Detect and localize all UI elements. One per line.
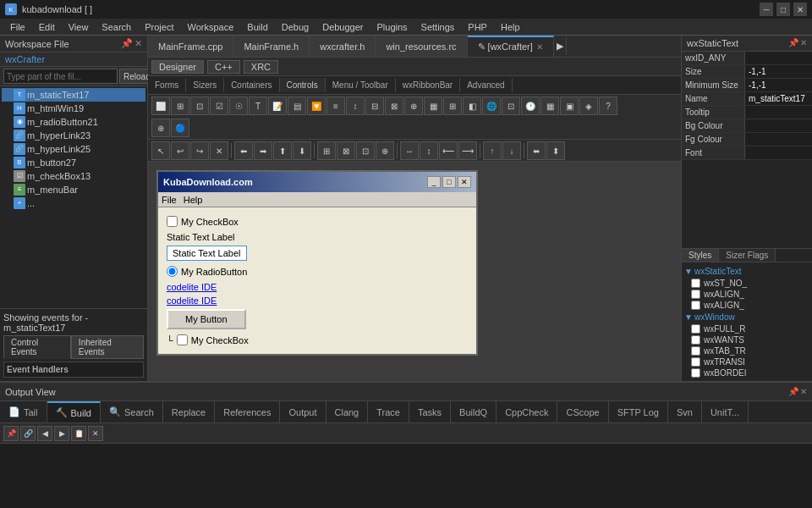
toolbar-delete-btn[interactable]: ✕ (210, 141, 228, 160)
toolbar-align-left-btn[interactable]: ⬅ (234, 141, 253, 160)
tree-item-hyperlink25[interactable]: 🔗 m_hyperLink25 (2, 142, 145, 156)
tab-control-events[interactable]: Control Events (3, 335, 71, 359)
output-tab-search[interactable]: 🔍 Search (101, 401, 163, 423)
palette-btn-23[interactable]: ◈ (579, 97, 598, 115)
palette-btn-24[interactable]: ? (599, 97, 617, 115)
menu-plugins[interactable]: Plugins (370, 20, 414, 34)
toolbar-btn-j[interactable]: ↓ (502, 141, 521, 160)
menu-project[interactable]: Project (138, 20, 180, 34)
output-prev-btn[interactable]: ◀ (37, 426, 52, 441)
toolbar-btn-b[interactable]: ⊠ (337, 141, 355, 160)
toolbar-btn-c[interactable]: ⊡ (356, 141, 375, 160)
palette-btn-3[interactable]: ⊡ (190, 97, 209, 115)
output-next-btn[interactable]: ▶ (54, 426, 69, 441)
close-button[interactable]: ✕ (793, 3, 807, 16)
toolbar-undo-btn[interactable]: ↩ (171, 141, 189, 160)
output-pin-btn[interactable]: 📌 (3, 426, 19, 441)
palette-btn-21[interactable]: ▦ (540, 97, 559, 115)
toolbar-btn-i[interactable]: ↑ (483, 141, 502, 160)
preview-close-btn[interactable]: ✕ (458, 176, 471, 188)
palette-btn-18[interactable]: 🌐 (482, 97, 501, 115)
preview-link2[interactable]: codelite IDE (167, 295, 468, 306)
palette-btn-5[interactable]: ☉ (229, 97, 248, 115)
prop-value-minsize[interactable]: -1,-1 (745, 79, 812, 91)
prop-value-wxid[interactable] (745, 52, 812, 64)
menu-debugger[interactable]: Debugger (315, 20, 370, 34)
menu-help[interactable]: Help (494, 20, 527, 34)
palette-tab-forms[interactable]: Forms (148, 78, 186, 92)
palette-btn-16[interactable]: ⊞ (443, 97, 462, 115)
tab-win-resources[interactable]: win_resources.rc (376, 36, 467, 58)
output-tab-tail[interactable]: 📄 Tail (0, 401, 47, 423)
output-tab-svn[interactable]: Svn (668, 401, 702, 423)
output-tab-references[interactable]: References (215, 401, 280, 423)
palette-btn-11[interactable]: ↕ (346, 97, 365, 115)
palette-btn-22[interactable]: ▣ (560, 97, 579, 115)
menu-settings[interactable]: Settings (414, 20, 462, 34)
toolbar-redo-btn[interactable]: ↪ (190, 141, 209, 160)
output-close-icon[interactable]: ✕ (800, 387, 807, 396)
output-tab-sftplog[interactable]: SFTP Log (609, 401, 668, 423)
output-copy-btn[interactable]: 📋 (71, 426, 86, 441)
prop-value-fgcolor[interactable] (745, 133, 812, 146)
preview-checkbox2-input[interactable] (177, 334, 188, 345)
preview-minimize-btn[interactable]: _ (427, 176, 441, 188)
tree-item-htmlwin19[interactable]: H m_htmlWin19 (2, 102, 145, 115)
toolbar-align-up-btn[interactable]: ⬆ (273, 141, 292, 160)
palette-btn-7[interactable]: 📝 (268, 97, 287, 115)
prop-value-tooltip[interactable] (745, 106, 812, 119)
palette-btn-13[interactable]: ⊠ (385, 97, 403, 115)
preview-radio-input[interactable] (167, 266, 178, 277)
palette-btn-15[interactable]: ▦ (424, 97, 442, 115)
designer-tab-cpp[interactable]: C++ (207, 60, 240, 74)
menu-file[interactable]: File (3, 20, 32, 34)
menu-view[interactable]: View (62, 20, 96, 34)
menu-php[interactable]: PHP (461, 20, 494, 34)
preview-menu-help[interactable]: Help (184, 195, 203, 205)
output-pin-icon[interactable]: 📌 (788, 387, 798, 396)
style-check-wxtabtr[interactable] (691, 346, 700, 356)
filter-input[interactable] (3, 69, 118, 84)
prop-value-bgcolor[interactable] (745, 119, 812, 132)
palette-btn-6[interactable]: T (249, 97, 267, 115)
palette-btn-26[interactable]: 🔵 (171, 119, 189, 137)
palette-btn-19[interactable]: ⊡ (502, 97, 520, 115)
toolbar-cursor-btn[interactable]: ↖ (151, 141, 170, 160)
palette-tab-advanced[interactable]: Advanced (460, 78, 512, 92)
palette-btn-14[interactable]: ⊕ (404, 97, 423, 115)
toolbar-btn-l[interactable]: ⬍ (546, 141, 565, 160)
toolbar-btn-h[interactable]: ⟶ (458, 141, 477, 160)
tab-scroll-right[interactable]: ▶ (554, 37, 567, 55)
styles-tab-styles[interactable]: Styles (682, 249, 719, 262)
right-panel-pin-icon[interactable]: 📌 (788, 38, 798, 48)
style-check-wxtransi[interactable] (691, 357, 700, 367)
menu-debug[interactable]: Debug (275, 20, 315, 34)
tab-inherited-events[interactable]: Inherited Events (71, 335, 144, 359)
menu-build[interactable]: Build (240, 20, 274, 34)
tree-item-checkbox13[interactable]: ☑ m_checkBox13 (2, 169, 145, 183)
style-check-wxbordei[interactable] (691, 368, 700, 378)
style-check-wxstno[interactable] (691, 279, 700, 288)
tree-item-button27[interactable]: B m_button27 (2, 156, 145, 169)
preview-button[interactable]: My Button (167, 309, 246, 329)
output-tab-replace[interactable]: Replace (163, 401, 215, 423)
toolbar-btn-a[interactable]: ⊞ (317, 141, 336, 160)
tab-mainframe-h[interactable]: MainFrame.h (233, 36, 310, 58)
output-tab-buildq[interactable]: BuildQ (451, 401, 497, 423)
palette-btn-25[interactable]: ⊕ (151, 119, 170, 137)
toolbar-btn-e[interactable]: ↔ (400, 141, 419, 160)
palette-btn-4[interactable]: ☑ (210, 97, 228, 115)
preview-menu-file[interactable]: File (162, 195, 177, 205)
designer-tab-designer[interactable]: Designer (151, 60, 204, 74)
tree-item-menubar[interactable]: ≡ m_menuBar (2, 183, 145, 196)
designer-tab-xrc[interactable]: XRC (244, 60, 278, 74)
close-tab-icon[interactable]: ✕ (536, 42, 543, 52)
palette-btn-12[interactable]: ⊟ (365, 97, 384, 115)
tree-item-hyperlink23[interactable]: 🔗 m_hyperLink23 (2, 129, 145, 142)
preview-link1[interactable]: codelite IDE (167, 282, 468, 292)
output-tab-cppcheck[interactable]: CppCheck (497, 401, 557, 423)
palette-tab-ribbonbar[interactable]: wxRibbonBar (396, 78, 460, 92)
styles-tab-sizerflags[interactable]: Sizer Flags (719, 249, 776, 262)
toolbar-btn-k[interactable]: ⬌ (527, 141, 546, 160)
restore-button[interactable]: □ (776, 3, 790, 16)
